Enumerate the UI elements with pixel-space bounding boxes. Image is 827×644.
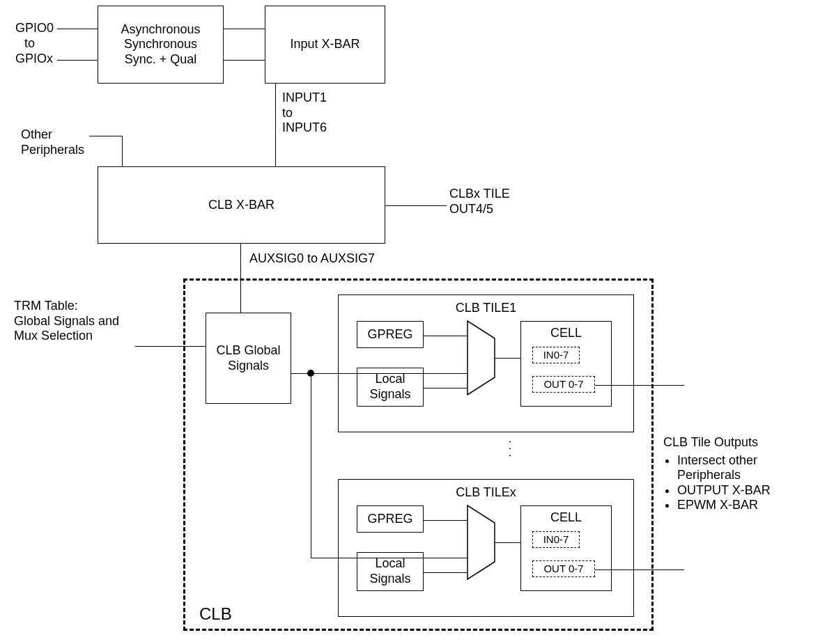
wire	[275, 84, 276, 166]
clb-xbar-box: CLB X-BAR	[98, 166, 385, 244]
clb-title-label: CLB	[199, 604, 232, 625]
tile1-out-box: OUT 0-7	[532, 376, 595, 393]
wire	[311, 373, 311, 558]
ellipsis: · · ·	[502, 440, 518, 457]
gpio-to-label: to	[24, 36, 35, 52]
input-xbar-box: Input X-BAR	[265, 6, 385, 84]
tile1-title: CLB TILE1	[339, 301, 633, 316]
output-item-0: Intersect other Peripherals	[677, 453, 817, 483]
tile1-cell-box: CELL	[520, 321, 612, 407]
wire	[424, 336, 467, 336]
tilex-cell-label: CELL	[521, 510, 611, 526]
wire	[495, 542, 520, 543]
wire	[424, 388, 467, 388]
output-item-1: OUTPUT X-BAR	[677, 483, 817, 498]
wire	[224, 60, 265, 61]
wire	[57, 29, 98, 29]
svg-marker-1	[467, 505, 495, 579]
output-item-2: EPWM X-BAR	[677, 498, 817, 513]
wire	[495, 358, 520, 359]
input1-6-label: INPUT1 to INPUT6	[282, 91, 327, 136]
tilex-title: CLB TILEx	[339, 485, 633, 501]
wire	[135, 346, 206, 347]
svg-marker-0	[467, 321, 495, 395]
gpiox-label: GPIOx	[15, 52, 53, 67]
tile1-in-box: IN0-7	[532, 347, 580, 363]
wire	[57, 60, 98, 61]
tile1-cell-label: CELL	[521, 326, 611, 341]
outputs-heading: CLB Tile Outputs	[663, 435, 758, 449]
diagram-canvas: GPIO0 to GPIOx Asynchronous Synchronous …	[0, 0, 827, 644]
clbx-tile-out-label: CLBx TILE OUT4/5	[449, 187, 510, 217]
gpio0-label: GPIO0	[15, 21, 54, 36]
wire	[89, 136, 123, 136]
tilex-in-box: IN0-7	[532, 531, 580, 548]
trm-table-label: TRM Table: Global Signals and Mux Select…	[14, 299, 119, 344]
wire	[311, 373, 467, 374]
clb-global-signals-box: CLB Global Signals	[206, 313, 291, 404]
tile1-gpreg-box: GPREG	[357, 321, 424, 348]
auxsig-label: AUXSIG0 to AUXSIG7	[249, 251, 375, 267]
tilex-gpreg-box: GPREG	[357, 505, 424, 533]
wire	[424, 572, 467, 573]
wire	[424, 520, 467, 521]
tilex-cell-box: CELL	[520, 505, 612, 591]
other-peripherals-label: Other Peripherals	[21, 127, 84, 157]
wire	[311, 558, 467, 558]
tilex-out-box: OUT 0-7	[532, 560, 595, 577]
async-sync-box: Asynchronous Synchronous Sync. + Qual	[98, 6, 224, 84]
wire	[595, 385, 684, 386]
wire	[385, 205, 447, 206]
clb-tile-outputs-block: CLB Tile Outputs Intersect other Periphe…	[663, 435, 817, 513]
wire	[595, 570, 684, 570]
wire	[224, 29, 265, 29]
wire	[122, 136, 123, 166]
